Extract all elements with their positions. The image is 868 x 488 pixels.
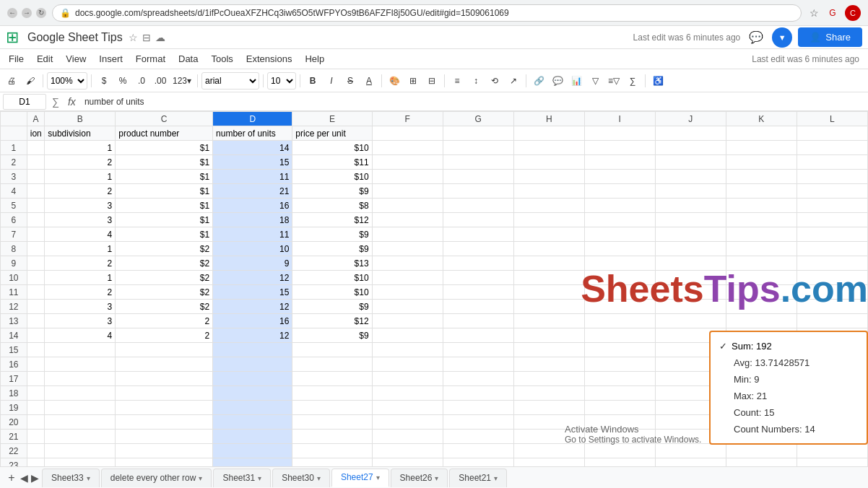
cell-l-10[interactable]	[797, 271, 867, 285]
cell-i-16[interactable]	[584, 357, 655, 372]
cell-j-7[interactable]	[655, 227, 726, 242]
cell-a-8[interactable]	[27, 242, 45, 256]
cell-c-10[interactable]: $2	[116, 271, 213, 285]
cell-g-4[interactable]	[443, 184, 513, 199]
cell-j-13[interactable]	[655, 314, 726, 328]
tab-arrow-sheet21[interactable]: ▾	[494, 474, 498, 482]
cell-l-7[interactable]	[797, 227, 867, 242]
menu-edit[interactable]: Edit	[31, 51, 58, 66]
cell-j-8[interactable]	[655, 242, 726, 256]
cell-h-1[interactable]	[513, 141, 584, 155]
comment-toolbar-button[interactable]: 💬	[549, 72, 566, 90]
cell-h-12[interactable]	[513, 300, 584, 314]
cell-c-3[interactable]: $1	[116, 170, 213, 184]
cell-e-21[interactable]	[292, 430, 372, 444]
cell-f-14[interactable]	[372, 328, 443, 343]
fill-color-button[interactable]: 🎨	[386, 72, 403, 90]
cell-g-11[interactable]	[443, 285, 513, 300]
cell-f-7[interactable]	[372, 227, 443, 242]
textwrap-button[interactable]: ⟲	[486, 72, 503, 90]
reload-button[interactable]: ↻	[36, 8, 46, 18]
currency-button[interactable]: $	[95, 72, 113, 90]
cell-k-2[interactable]	[726, 155, 797, 170]
cell-f-18[interactable]	[372, 386, 443, 401]
cell-b-16[interactable]	[45, 357, 116, 372]
cell-l-4[interactable]	[797, 184, 867, 199]
cell-h-16[interactable]	[513, 357, 584, 372]
cell-h-14[interactable]	[513, 328, 584, 343]
cell-d-16[interactable]	[213, 357, 292, 372]
cell-h-7[interactable]	[513, 227, 584, 242]
underline-button[interactable]: A	[360, 72, 378, 90]
cell-c-21[interactable]	[116, 430, 213, 444]
cell-e-6[interactable]: $12	[292, 213, 372, 227]
tab-arrow-sheet31[interactable]: ▾	[258, 474, 261, 482]
cell-b-14[interactable]: 4	[45, 328, 116, 343]
cell-h-3[interactable]	[513, 170, 584, 184]
cell-k-1[interactable]	[726, 141, 797, 155]
cell-g-3[interactable]	[443, 170, 513, 184]
cell-c-20[interactable]	[116, 415, 213, 430]
textrotate-button[interactable]: ↗	[505, 72, 522, 90]
add-sheet-button[interactable]: +	[3, 469, 20, 487]
cell-a-19[interactable]	[27, 401, 45, 415]
tab-sheet30[interactable]: Sheet30 ▾	[272, 469, 330, 487]
cell-i-4[interactable]	[584, 184, 655, 199]
cell-e-18[interactable]	[292, 386, 372, 401]
cell-h-22[interactable]	[513, 444, 584, 458]
menu-extensions[interactable]: Extensions	[240, 51, 298, 66]
cell-i-10[interactable]	[584, 271, 655, 285]
cell-h-15[interactable]	[513, 343, 584, 357]
tab-nav-prev[interactable]: ◀	[20, 472, 28, 484]
cell-a-17[interactable]	[27, 372, 45, 386]
cell-b-10[interactable]: 1	[45, 271, 116, 285]
cell-h-9[interactable]	[513, 256, 584, 271]
cell-j-9[interactable]	[655, 256, 726, 271]
tab-sheet26[interactable]: Sheet26 ▾	[391, 469, 448, 487]
cell-l-6[interactable]	[797, 213, 867, 227]
tab-delete-every-other-row[interactable]: delete every other row ▾	[101, 469, 212, 487]
cell-k-12[interactable]	[726, 300, 797, 314]
tab-sheet33[interactable]: Sheet33 ▾	[42, 469, 100, 487]
cell-g-23[interactable]	[443, 458, 513, 467]
cell-k-8[interactable]	[726, 242, 797, 256]
cell-a-16[interactable]	[27, 357, 45, 372]
cell-g-12[interactable]	[443, 300, 513, 314]
cell-f-22[interactable]	[372, 444, 443, 458]
col-header-d[interactable]: D	[213, 112, 292, 126]
cell-i-9[interactable]	[584, 256, 655, 271]
cell-d-10[interactable]: 12	[213, 271, 292, 285]
cell-f-1[interactable]	[372, 141, 443, 155]
star-app-icon[interactable]: ☆	[129, 32, 138, 43]
cell-c-5[interactable]: $1	[116, 199, 213, 213]
cell-e-15[interactable]	[292, 343, 372, 357]
cell-f-2[interactable]	[372, 155, 443, 170]
cell-h-6[interactable]	[513, 213, 584, 227]
cell-f-13[interactable]	[372, 314, 443, 328]
cell-f-10[interactable]	[372, 271, 443, 285]
cell-i-19[interactable]	[584, 401, 655, 415]
menu-view[interactable]: View	[60, 51, 92, 66]
cell-l-23[interactable]	[797, 458, 867, 467]
tab-arrow-sheet30[interactable]: ▾	[317, 474, 321, 482]
cell-b-2[interactable]: 2	[45, 155, 116, 170]
cell-f-6[interactable]	[372, 213, 443, 227]
cell-k-header[interactable]	[726, 126, 797, 141]
cell-b-1[interactable]: 1	[45, 141, 116, 155]
cell-e-12[interactable]: $9	[292, 300, 372, 314]
cell-j-1[interactable]	[655, 141, 726, 155]
cell-g-1[interactable]	[443, 141, 513, 155]
paint-format-button[interactable]: 🖌	[22, 72, 39, 90]
tab-sheet21[interactable]: Sheet21 ▾	[449, 469, 507, 487]
filter-views-button[interactable]: ≡▽	[605, 72, 622, 90]
cell-d-15[interactable]	[213, 343, 292, 357]
cell-c-2[interactable]: $1	[116, 155, 213, 170]
cell-c-header[interactable]: product number	[116, 126, 213, 141]
col-header-i[interactable]: I	[584, 112, 655, 126]
link-button[interactable]: 🔗	[530, 72, 547, 90]
cell-d-20[interactable]	[213, 415, 292, 430]
col-header-a[interactable]: A	[27, 112, 45, 126]
cell-g-14[interactable]	[443, 328, 513, 343]
cell-c-14[interactable]: 2	[116, 328, 213, 343]
cell-a-9[interactable]	[27, 256, 45, 271]
